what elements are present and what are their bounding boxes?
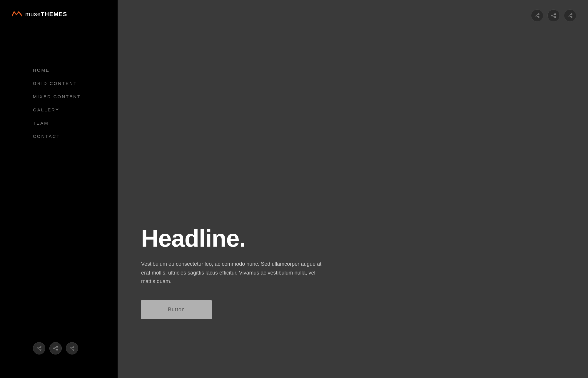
logo-icon bbox=[12, 11, 22, 18]
sidebar: museTHEMES HOME GRID CONTENT MIXED CONTE… bbox=[0, 0, 118, 378]
svg-line-19 bbox=[536, 16, 538, 17]
logo-area: museTHEMES bbox=[0, 0, 118, 28]
hero-headline: Headline. bbox=[141, 225, 564, 252]
svg-line-3 bbox=[38, 347, 40, 348]
top-share-button-1[interactable] bbox=[531, 9, 543, 22]
svg-line-29 bbox=[569, 16, 571, 17]
top-share-button-3[interactable] bbox=[564, 9, 576, 22]
logo-text: museTHEMES bbox=[25, 11, 67, 18]
svg-point-17 bbox=[535, 15, 536, 16]
svg-point-16 bbox=[538, 16, 539, 18]
svg-point-12 bbox=[70, 348, 71, 349]
svg-point-7 bbox=[54, 348, 55, 349]
sidebar-item-mixed-content[interactable]: MIXED CONTENT bbox=[33, 90, 118, 103]
svg-line-18 bbox=[536, 14, 538, 15]
sidebar-social-icons bbox=[33, 342, 78, 354]
sidebar-item-gallery[interactable]: GALLERY bbox=[33, 103, 118, 116]
svg-point-20 bbox=[554, 14, 556, 15]
svg-point-1 bbox=[40, 349, 41, 350]
svg-point-21 bbox=[554, 16, 556, 18]
sidebar-share-button-1[interactable] bbox=[33, 342, 45, 354]
svg-point-15 bbox=[538, 14, 539, 15]
sidebar-item-grid-content[interactable]: GRID CONTENT bbox=[33, 77, 118, 90]
svg-point-22 bbox=[552, 15, 553, 16]
svg-line-9 bbox=[55, 349, 56, 349]
sidebar-item-team[interactable]: TEAM bbox=[33, 116, 118, 130]
svg-point-5 bbox=[56, 346, 58, 347]
hero-cta-button[interactable]: Button bbox=[141, 300, 212, 319]
svg-point-10 bbox=[73, 346, 74, 347]
top-social-icons bbox=[531, 9, 576, 22]
svg-point-6 bbox=[56, 349, 58, 350]
svg-line-13 bbox=[71, 347, 73, 348]
logo-text-themes: THEMES bbox=[41, 11, 67, 17]
svg-point-0 bbox=[40, 346, 41, 347]
svg-line-28 bbox=[569, 14, 571, 15]
svg-point-25 bbox=[571, 14, 572, 15]
svg-line-4 bbox=[38, 349, 40, 349]
sidebar-share-button-2[interactable] bbox=[49, 342, 62, 354]
svg-line-23 bbox=[553, 14, 554, 15]
svg-line-24 bbox=[553, 16, 554, 17]
top-share-button-2[interactable] bbox=[547, 9, 560, 22]
logo-text-muse: muse bbox=[25, 11, 41, 17]
svg-point-27 bbox=[568, 15, 569, 16]
hero-section: Headline. Vestibulum eu consectetur leo,… bbox=[141, 225, 564, 319]
svg-line-14 bbox=[71, 349, 73, 349]
svg-point-26 bbox=[571, 16, 572, 18]
main-content: Headline. Vestibulum eu consectetur leo,… bbox=[118, 0, 588, 378]
sidebar-share-button-3[interactable] bbox=[66, 342, 78, 354]
sidebar-item-home[interactable]: HOME bbox=[33, 63, 118, 77]
svg-point-11 bbox=[73, 349, 74, 350]
sidebar-item-contact[interactable]: CONTACT bbox=[33, 130, 118, 143]
svg-point-2 bbox=[37, 348, 38, 349]
sidebar-nav: HOME GRID CONTENT MIXED CONTENT GALLERY … bbox=[0, 63, 118, 143]
svg-line-8 bbox=[55, 347, 56, 348]
hero-body-text: Vestibulum eu consectetur leo, ac commod… bbox=[141, 260, 329, 286]
